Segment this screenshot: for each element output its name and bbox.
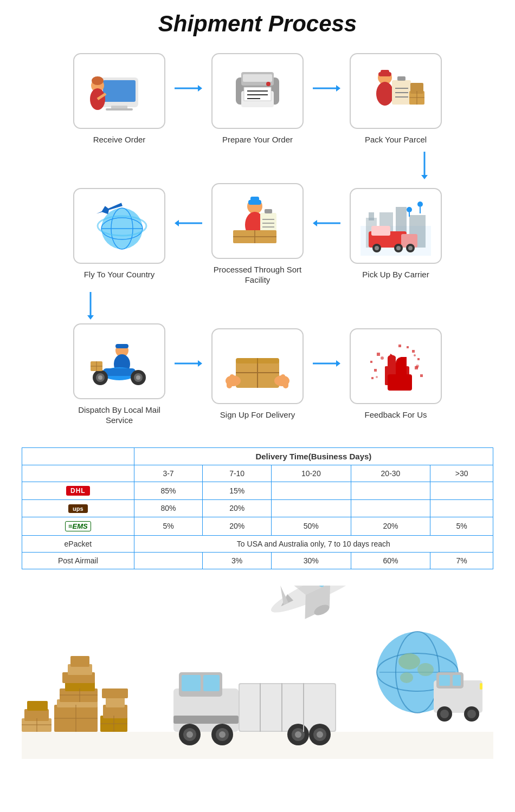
arrow-down-2 — [84, 291, 97, 321]
table-row-dhl: DHL 85% 15% — [22, 482, 493, 499]
step-pickup: Pick Up By Carrier — [342, 188, 450, 280]
arrow-2-3 — [312, 82, 342, 95]
ems-10-20: 50% — [271, 517, 351, 535]
svg-marker-35 — [421, 175, 428, 179]
airmail-30plus: 7% — [430, 552, 493, 569]
logistics-svg — [22, 586, 493, 759]
svg-point-73 — [396, 246, 401, 250]
arrow-dispatch-sign — [173, 357, 203, 370]
svg-point-129 — [376, 376, 378, 378]
step-box-sort — [211, 183, 304, 259]
step-box-fly — [73, 188, 165, 264]
step-label-prepare: Prepare Your Order — [222, 134, 293, 145]
table-col-delivery-time: Delivery Time(Business Days) — [134, 447, 493, 465]
step-box-pack — [350, 53, 442, 129]
arrow-sign-feedback — [312, 357, 342, 370]
step-label-dispatch: Dispatch By Local Mail Service — [65, 405, 173, 426]
step-box-receive — [73, 53, 165, 129]
svg-point-198 — [440, 710, 449, 718]
svg-rect-145 — [102, 688, 128, 698]
airmail-7-10: 3% — [203, 552, 272, 569]
table-subheader-row: 3-7 7-10 10-20 20-30 >30 — [22, 465, 493, 482]
ems-30plus: 5% — [430, 517, 493, 535]
svg-point-89 — [98, 375, 102, 380]
step-sort: Processed Through Sort Facility — [203, 183, 312, 285]
step-fly: Fly To Your Country — [65, 188, 173, 280]
svg-rect-3 — [106, 108, 133, 111]
table-col-30plus: >30 — [430, 465, 493, 482]
step-label-pickup: Pick Up By Carrier — [362, 269, 429, 280]
svg-rect-86 — [103, 368, 136, 376]
svg-rect-155 — [182, 675, 201, 691]
step-pack-parcel: Pack Your Parcel — [342, 53, 450, 145]
carrier-cell-epacket: ePacket — [22, 535, 134, 552]
step-label-receive: Receive Order — [93, 134, 146, 145]
svg-rect-130 — [22, 732, 493, 759]
airmail-10-20: 30% — [271, 552, 351, 569]
step-box-feedback — [350, 328, 442, 404]
step-prepare-order: Prepare Your Order — [203, 53, 312, 145]
ups-3-7: 80% — [134, 499, 203, 517]
step-label-pack: Pack Your Parcel — [365, 134, 427, 145]
svg-point-24 — [376, 82, 394, 106]
carrier-cell-ems: ≡EMS — [22, 517, 134, 535]
svg-rect-201 — [480, 683, 482, 690]
svg-marker-46 — [175, 220, 179, 226]
table-row-ups: ups 80% 20% — [22, 499, 493, 517]
svg-point-128 — [416, 365, 419, 368]
step-receive-order: Receive Order — [65, 53, 173, 145]
svg-rect-17 — [243, 74, 272, 82]
svg-point-78 — [417, 202, 423, 207]
ems-3-7: 5% — [134, 517, 203, 535]
carrier-cell-ups: ups — [22, 499, 134, 517]
epacket-special: To USA and Australia only, 7 to 10 days … — [134, 535, 493, 552]
process-row-3: Dispatch By Local Mail Service — [22, 323, 493, 426]
svg-rect-125 — [388, 374, 412, 391]
page-container: Shipment Process — [0, 0, 515, 781]
delivery-table: Delivery Time(Business Days) 3-7 7-10 10… — [22, 447, 493, 569]
svg-point-71 — [375, 246, 379, 250]
step-box-dispatch — [73, 323, 165, 399]
process-section: Receive Order — [22, 53, 493, 426]
svg-rect-26 — [397, 76, 405, 81]
svg-marker-81 — [87, 315, 94, 320]
step-label-feedback: Feedback For Us — [364, 410, 427, 420]
arrow-pickup-sort — [312, 217, 342, 230]
step-box-sign — [211, 328, 304, 404]
svg-point-165 — [219, 731, 226, 738]
step-box-pickup — [350, 188, 442, 264]
table-header-row: Delivery Time(Business Days) — [22, 447, 493, 465]
svg-marker-20 — [336, 85, 340, 92]
svg-rect-115 — [377, 353, 380, 356]
svg-rect-123 — [371, 377, 374, 379]
svg-rect-2 — [111, 106, 127, 108]
arrow-1-2 — [173, 82, 203, 95]
svg-marker-109 — [336, 360, 340, 367]
step-dispatch: Dispatch By Local Mail Service — [65, 323, 173, 426]
dhl-logo: DHL — [66, 486, 90, 496]
dhl-20-30 — [351, 482, 430, 499]
svg-point-92 — [136, 375, 140, 380]
dhl-7-10: 15% — [203, 482, 272, 499]
ems-7-10: 20% — [203, 517, 272, 535]
table-row-ems: ≡EMS 5% 20% 50% 20% 5% — [22, 517, 493, 535]
svg-rect-49 — [250, 197, 259, 201]
ups-7-10: 20% — [203, 499, 272, 517]
svg-rect-157 — [173, 716, 239, 724]
arrow-sort-fly — [173, 217, 203, 230]
svg-marker-60 — [313, 220, 317, 226]
step-label-sort: Processed Through Sort Facility — [203, 264, 312, 285]
table-col-20-30: 20-30 — [351, 465, 430, 482]
ups-logo: ups — [68, 504, 88, 513]
table-col-carrier — [22, 447, 134, 465]
svg-point-18 — [266, 82, 271, 86]
step-box-prepare — [211, 53, 304, 129]
ups-20-30 — [351, 499, 430, 517]
ems-20-30: 20% — [351, 517, 430, 535]
carrier-cell-dhl: DHL — [22, 482, 134, 499]
svg-rect-150 — [27, 701, 48, 711]
table-col-empty — [22, 465, 134, 482]
svg-rect-156 — [203, 675, 220, 691]
svg-point-200 — [467, 710, 476, 718]
carrier-cell-airmail: Post Airmail — [22, 552, 134, 569]
